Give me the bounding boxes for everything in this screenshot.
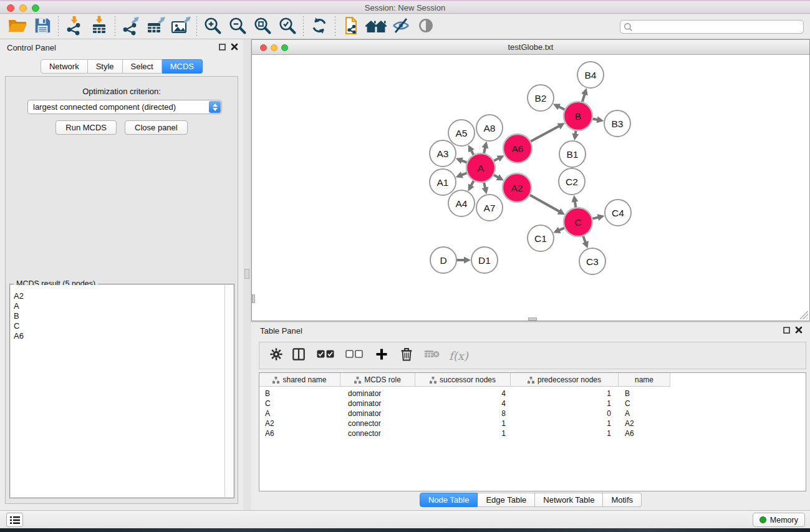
column-header-MCDS-role[interactable]: MCDS role (340, 373, 415, 387)
export-image-icon (170, 16, 191, 38)
scroll-nub-left[interactable] (252, 294, 255, 303)
mcds-result-scrollbar[interactable] (224, 285, 233, 497)
task-history-button[interactable] (6, 513, 23, 527)
table-cell: 4 (415, 389, 511, 399)
close-panel-button[interactable]: Close panel (125, 120, 188, 135)
resize-grip[interactable] (800, 311, 808, 319)
tab-network-table[interactable]: Network Table (535, 493, 603, 507)
column-header-name[interactable]: name (619, 373, 670, 387)
network-window-titlebar[interactable]: testGlobe.txt (252, 40, 809, 55)
list-item[interactable]: A (14, 301, 224, 311)
column-header-predecessor-nodes[interactable]: predecessor nodes (511, 373, 619, 387)
graph-node-A1[interactable]: A1 (430, 169, 456, 195)
list-item[interactable]: A2 (14, 291, 224, 301)
graph-node-B[interactable]: B (564, 102, 592, 130)
add-column-button[interactable] (375, 348, 388, 363)
tab-motifs[interactable]: Motifs (603, 493, 642, 507)
criterion-dropdown[interactable]: largest connected component (directed) (27, 100, 222, 114)
graph-node-A6[interactable]: A6 (503, 134, 532, 163)
table-settings-button[interactable] (269, 347, 283, 364)
close-panel-icon[interactable] (231, 43, 238, 51)
graph-node-C4[interactable]: C4 (605, 200, 631, 226)
import-network-button[interactable] (62, 16, 87, 37)
tab-edge-table[interactable]: Edge Table (478, 493, 535, 507)
home-button[interactable] (364, 16, 388, 37)
graph-node-C2[interactable]: C2 (559, 168, 585, 195)
split-columns-button[interactable] (292, 347, 306, 364)
arrowhead-B-B4[interactable] (581, 88, 588, 95)
arrowhead-A-A7[interactable] (482, 187, 489, 195)
arrowhead-C-C4[interactable] (597, 214, 605, 221)
delete-column-button[interactable] (400, 347, 413, 364)
graph-node-A8[interactable]: A8 (476, 115, 503, 141)
table-row[interactable]: A2connector11A2 (259, 418, 806, 428)
float-panel-icon[interactable] (219, 44, 226, 51)
tab-network[interactable]: Network (41, 59, 88, 74)
hide-graphics-details-button[interactable] (388, 16, 413, 37)
arrowhead-A-A8[interactable] (482, 141, 489, 148)
import-table-button[interactable] (87, 16, 112, 37)
graph-node-B3[interactable]: B3 (604, 110, 630, 137)
list-item[interactable]: B (14, 311, 224, 321)
export-image-button[interactable] (168, 16, 193, 37)
node-table[interactable]: shared nameMCDS rolesuccessor nodesprede… (259, 372, 806, 491)
list-item[interactable]: A6 (14, 331, 224, 341)
table-cell: 0 (511, 409, 619, 418)
arrowhead-C-C2[interactable] (572, 195, 579, 203)
list-item[interactable]: C (14, 321, 224, 331)
graph-node-C3[interactable]: C3 (579, 248, 605, 274)
graph-node-D[interactable]: D (430, 247, 456, 273)
network-graph[interactable]: B4B2B3A5A8A3B1A1C2A4A7C4C1C3DD1BA6AA2C (252, 55, 809, 321)
graph-node-A4[interactable]: A4 (448, 190, 475, 216)
network-canvas[interactable]: B4B2B3A5A8A3B1A1C2A4A7C4C1C3DD1BA6AA2C (252, 55, 809, 321)
tab-select[interactable]: Select (123, 59, 162, 74)
table-row[interactable]: Adominator80A (259, 409, 806, 418)
splitter-handle[interactable] (244, 269, 249, 279)
column-header-successor-nodes[interactable]: successor nodes (415, 373, 511, 387)
mcds-result-list[interactable]: A2ABCA6 (11, 285, 224, 497)
tab-style[interactable]: Style (88, 59, 123, 74)
arrowhead-D-D1[interactable] (464, 257, 471, 264)
vertical-splitter[interactable] (243, 39, 251, 510)
close-panel-icon[interactable] (795, 326, 803, 334)
graph-node-B1[interactable]: B1 (559, 141, 586, 167)
memory-button[interactable]: Memory (753, 513, 805, 527)
zoom-fit-button[interactable] (250, 16, 275, 37)
clone-network-button[interactable] (339, 16, 364, 37)
table-row[interactable]: Cdominator41C (259, 399, 806, 409)
arrowhead-B-B1[interactable] (572, 133, 579, 141)
search-input[interactable] (635, 21, 800, 32)
export-table-button[interactable] (143, 16, 168, 37)
toolbar-separator (303, 16, 304, 37)
open-session-button[interactable] (5, 16, 30, 37)
graph-node-D1[interactable]: D1 (471, 247, 498, 273)
table-row[interactable]: Bdominator41B (259, 389, 806, 399)
deselect-all-columns-button[interactable] (345, 350, 363, 361)
tab-mcds[interactable]: MCDS (162, 59, 203, 74)
table-row[interactable]: A6connector11A6 (259, 428, 806, 438)
graph-node-B4[interactable]: B4 (577, 62, 604, 88)
scroll-nub-bottom[interactable] (528, 317, 537, 321)
arrowhead-B-B3[interactable] (597, 116, 604, 123)
float-panel-icon[interactable] (783, 327, 790, 334)
graph-node-A3[interactable]: A3 (430, 140, 456, 167)
graph-node-A5[interactable]: A5 (448, 120, 475, 146)
tab-node-table[interactable]: Node Table (420, 493, 478, 507)
zoom-in-button[interactable] (200, 16, 225, 37)
graph-node-C1[interactable]: C1 (528, 225, 554, 251)
graph-node-B2[interactable]: B2 (528, 85, 554, 111)
graph-node-A[interactable]: A (466, 153, 495, 182)
zoom-selected-button[interactable] (275, 16, 300, 37)
save-session-button[interactable] (30, 16, 55, 37)
export-network-button[interactable] (118, 16, 143, 37)
refresh-button[interactable] (307, 16, 332, 37)
show-graphics-details-button[interactable] (413, 16, 438, 37)
graph-node-A2[interactable]: A2 (503, 173, 531, 202)
graph-node-C[interactable]: C (564, 208, 592, 236)
search-field[interactable] (620, 20, 804, 34)
run-mcds-button[interactable]: Run MCDS (55, 120, 117, 135)
select-all-columns-button[interactable] (317, 350, 334, 361)
zoom-out-button[interactable] (225, 16, 250, 37)
graph-node-A7[interactable]: A7 (476, 195, 503, 221)
column-header-shared-name[interactable]: shared name (259, 373, 340, 387)
